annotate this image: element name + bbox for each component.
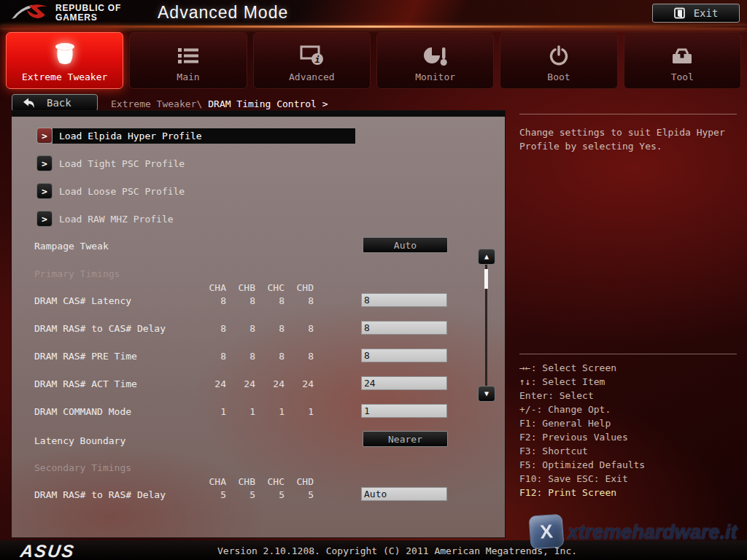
timing-row-dram-ras-to-ras-delay: DRAM RAS# to RAS# Delay 5 5 5 5: [12, 489, 479, 504]
help-description: Change settings to suit Elpida Hyper Pro…: [519, 125, 738, 153]
tab-main[interactable]: Main: [129, 32, 247, 89]
shortcut-line: F10: Save ESC: Exit: [519, 472, 742, 486]
scroll-down-button[interactable]: ▼: [478, 386, 495, 402]
chevron-right-icon: >: [36, 211, 53, 227]
tab-advanced[interactable]: i Advanced: [253, 32, 371, 89]
timing-value: 5: [282, 489, 314, 500]
primary-timings-section-title: Primary Timings: [34, 268, 120, 279]
timing-value: 8: [252, 323, 285, 334]
column-header: CHD: [282, 476, 314, 487]
column-header: CHD: [282, 282, 314, 293]
tab-monitor[interactable]: Monitor: [376, 32, 494, 89]
column-header: CHC: [252, 476, 285, 487]
menu-item-load-tight-psc-profile[interactable]: > Load Tight PSC Profile: [36, 155, 185, 172]
timing-row-dram-cas-latency: DRAM CAS# Latency 8 8 8 8: [12, 295, 479, 310]
menu-item-load-raw-mhz-profile[interactable]: > Load RAW MHZ Profile: [36, 210, 174, 228]
rampage-tweak-label: Rampage Tweak: [34, 241, 109, 252]
timing-label: DRAM CAS# Latency: [34, 295, 131, 306]
shortcut-line: F12: Print Screen: [519, 486, 742, 499]
timing-value: 5: [223, 489, 255, 500]
timing-value: 8: [194, 323, 226, 334]
secondary-timings-section-title: Secondary Timings: [34, 462, 131, 473]
rampage-tweak-select[interactable]: Auto: [363, 237, 448, 253]
timing-input[interactable]: [361, 293, 447, 307]
timing-value: 5: [194, 489, 226, 500]
menu-item-load-elpida-hyper-profile[interactable]: > Load Elpida Hyper Profile: [36, 127, 355, 144]
timing-value: 8: [223, 351, 255, 362]
menu-item-label: Load RAW MHZ Profile: [53, 211, 174, 227]
breadcrumb-parent: Extreme Tweaker\: [111, 98, 202, 109]
tab-label: Main: [177, 71, 199, 82]
page-title: Advanced Mode: [158, 3, 288, 23]
timing-input[interactable]: [361, 349, 447, 362]
breadcrumb-current: DRAM Timing Control >: [208, 98, 328, 109]
timing-input[interactable]: [361, 487, 447, 501]
timing-value: 8: [252, 351, 285, 362]
timing-input[interactable]: [361, 321, 447, 335]
timing-value: 1: [282, 406, 314, 417]
back-label: Back: [47, 97, 71, 109]
timing-value: 8: [194, 295, 226, 306]
main-tab-bar: Extreme Tweaker Main i Advanced: [6, 32, 741, 89]
monitor-info-icon: i: [300, 33, 323, 66]
timing-value: 24: [282, 378, 314, 389]
timing-row-dram-ras-to-cas-delay: DRAM RAS# to CAS# Delay 8 8 8 8: [12, 323, 479, 338]
timing-value: 1: [252, 406, 285, 417]
exit-button[interactable]: Exit: [652, 4, 740, 23]
timing-value: 8: [252, 295, 285, 306]
timing-value: 8: [282, 295, 314, 306]
shortcut-line: F2: Previous Values: [519, 430, 742, 444]
timing-label: DRAM COMMAND Mode: [34, 406, 131, 417]
header-glow-divider: [0, 26, 747, 28]
timing-value: 1: [194, 406, 226, 417]
watermark: X xtremehardware.it: [527, 512, 747, 554]
rog-logo-icon: [10, 1, 50, 25]
timing-label: DRAM RAS# to RAS# Delay: [34, 489, 166, 500]
gauge-thermometer-icon: [423, 33, 448, 66]
chevron-right-icon: >: [36, 155, 53, 171]
timing-row-dram-ras-act-time: DRAM RAS# ACT Time 24 24 24 24: [12, 378, 479, 393]
column-header: CHA: [194, 476, 226, 487]
tab-tool[interactable]: Tool: [624, 32, 741, 89]
column-header: CHA: [194, 282, 226, 293]
timing-value: 8: [282, 351, 314, 362]
scrollbar-thumb[interactable]: [484, 269, 488, 289]
column-header: CHC: [252, 282, 285, 293]
column-header: CHB: [223, 476, 255, 487]
toolbox-icon: [670, 33, 694, 66]
timing-value: 8: [223, 323, 255, 334]
shortcut-line: ↑↓: Select Item: [519, 375, 742, 389]
timing-input[interactable]: [361, 376, 447, 390]
back-button[interactable]: Back: [12, 94, 98, 112]
shortcut-line: F1: General Help: [519, 416, 742, 430]
timing-label: DRAM RAS# to CAS# Delay: [34, 323, 166, 334]
tab-label: Tool: [671, 71, 694, 82]
tweaker-knob-icon: [53, 33, 77, 66]
scroll-up-button[interactable]: ▲: [478, 249, 495, 265]
latency-boundary-select[interactable]: Nearer: [363, 431, 448, 447]
exit-label: Exit: [694, 7, 719, 19]
menu-item-label: Load Tight PSC Profile: [53, 156, 185, 171]
tab-extreme-tweaker[interactable]: Extreme Tweaker: [6, 32, 123, 89]
help-divider-bottom: [519, 354, 737, 354]
power-icon: [549, 33, 569, 66]
tab-boot[interactable]: Boot: [500, 32, 617, 89]
timing-value: 8: [194, 351, 226, 362]
shortcut-line: Enter: Select: [519, 389, 742, 402]
asus-logo: ASUS: [19, 541, 77, 560]
timing-value: 8: [282, 323, 314, 334]
version-text: Version 2.10.1208. Copyright (C) 2011 Am…: [217, 545, 577, 556]
shortcut-line: +/-: Change Opt.: [519, 402, 742, 416]
tab-label: Extreme Tweaker: [22, 71, 107, 82]
column-header: CHB: [223, 282, 255, 293]
watermark-text: xtremehardware.it: [568, 521, 738, 544]
tab-label: Boot: [547, 71, 570, 82]
list-icon: [177, 33, 199, 66]
timing-value: 24: [252, 378, 285, 389]
menu-item-label: Load Elpida Hyper Profile: [53, 128, 355, 144]
settings-panel: > Load Elpida Hyper Profile > Load Tight…: [12, 111, 505, 537]
timing-value: 1: [223, 406, 255, 417]
timing-input[interactable]: [361, 404, 447, 418]
menu-item-load-loose-psc-profile[interactable]: > Load Loose PSC Profile: [36, 182, 185, 200]
exit-icon: [674, 7, 685, 20]
